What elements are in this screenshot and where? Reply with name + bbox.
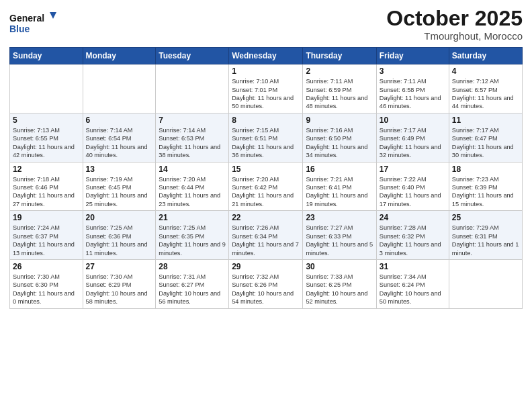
day-info: Sunrise: 7:14 AM Sunset: 6:53 PM Dayligh…: [159, 126, 226, 160]
title-block: October 2025 Tmourghout, Morocco: [386, 7, 523, 42]
day-info: Sunrise: 7:24 AM Sunset: 6:37 PM Dayligh…: [13, 224, 80, 257]
day-number: 14: [159, 165, 226, 174]
calendar-table: Sunday Monday Tuesday Wednesday Thursday…: [9, 47, 523, 308]
table-row: 21Sunrise: 7:25 AM Sunset: 6:35 PM Dayli…: [156, 211, 229, 260]
svg-marker-2: [50, 12, 56, 19]
day-number: 29: [232, 262, 300, 271]
calendar-week-row: 19Sunrise: 7:24 AM Sunset: 6:37 PM Dayli…: [10, 211, 523, 260]
day-number: 4: [452, 66, 519, 76]
table-row: 20Sunrise: 7:25 AM Sunset: 6:36 PM Dayli…: [83, 211, 156, 260]
day-number: 20: [86, 213, 153, 222]
col-monday: Monday: [83, 48, 156, 64]
day-info: Sunrise: 7:14 AM Sunset: 6:54 PM Dayligh…: [86, 126, 153, 160]
day-number: 10: [380, 116, 446, 125]
table-row: 10Sunrise: 7:17 AM Sunset: 6:49 PM Dayli…: [376, 113, 449, 162]
table-row: 13Sunrise: 7:19 AM Sunset: 6:45 PM Dayli…: [83, 162, 156, 211]
day-number: 30: [306, 262, 373, 271]
table-row: 12Sunrise: 7:18 AM Sunset: 6:46 PM Dayli…: [10, 162, 83, 211]
month-title: October 2025: [386, 7, 523, 30]
day-number: 3: [380, 66, 446, 76]
day-info: Sunrise: 7:30 AM Sunset: 6:30 PM Dayligh…: [13, 273, 80, 306]
table-row: 30Sunrise: 7:33 AM Sunset: 6:25 PM Dayli…: [303, 259, 376, 308]
day-number: 1: [232, 66, 300, 76]
day-number: 2: [306, 66, 373, 76]
logo-svg: General Blue: [9, 9, 56, 39]
day-number: 24: [380, 213, 446, 222]
table-row: 23Sunrise: 7:27 AM Sunset: 6:33 PM Dayli…: [303, 211, 376, 260]
table-row: 8Sunrise: 7:15 AM Sunset: 6:51 PM Daylig…: [229, 113, 303, 162]
table-row: 27Sunrise: 7:30 AM Sunset: 6:29 PM Dayli…: [83, 259, 156, 308]
day-info: Sunrise: 7:17 AM Sunset: 6:49 PM Dayligh…: [380, 126, 446, 160]
table-row: 31Sunrise: 7:34 AM Sunset: 6:24 PM Dayli…: [376, 259, 449, 308]
svg-text:Blue: Blue: [9, 24, 30, 34]
table-row: 3Sunrise: 7:11 AM Sunset: 6:58 PM Daylig…: [376, 64, 449, 113]
day-info: Sunrise: 7:20 AM Sunset: 6:44 PM Dayligh…: [159, 175, 226, 209]
day-info: Sunrise: 7:13 AM Sunset: 6:55 PM Dayligh…: [13, 126, 80, 160]
day-info: Sunrise: 7:21 AM Sunset: 6:41 PM Dayligh…: [306, 175, 373, 209]
day-number: 13: [86, 165, 153, 174]
day-info: Sunrise: 7:32 AM Sunset: 6:26 PM Dayligh…: [232, 273, 300, 306]
day-info: Sunrise: 7:27 AM Sunset: 6:33 PM Dayligh…: [306, 224, 373, 257]
table-row: 16Sunrise: 7:21 AM Sunset: 6:41 PM Dayli…: [303, 162, 376, 211]
col-saturday: Saturday: [449, 48, 522, 64]
table-row: [83, 64, 156, 113]
table-row: 15Sunrise: 7:20 AM Sunset: 6:42 PM Dayli…: [229, 162, 303, 211]
day-number: 7: [159, 116, 226, 125]
day-info: Sunrise: 7:23 AM Sunset: 6:39 PM Dayligh…: [452, 175, 519, 209]
table-row: 25Sunrise: 7:29 AM Sunset: 6:31 PM Dayli…: [449, 211, 522, 260]
day-number: 27: [86, 262, 153, 271]
table-row: 19Sunrise: 7:24 AM Sunset: 6:37 PM Dayli…: [10, 211, 83, 260]
day-info: Sunrise: 7:10 AM Sunset: 7:01 PM Dayligh…: [232, 77, 300, 111]
calendar-week-row: 26Sunrise: 7:30 AM Sunset: 6:30 PM Dayli…: [10, 259, 523, 308]
table-row: [156, 64, 229, 113]
col-tuesday: Tuesday: [156, 48, 229, 64]
day-number: 9: [306, 116, 373, 125]
day-info: Sunrise: 7:34 AM Sunset: 6:24 PM Dayligh…: [380, 273, 446, 306]
day-info: Sunrise: 7:11 AM Sunset: 6:59 PM Dayligh…: [306, 77, 373, 111]
table-row: [449, 259, 522, 308]
table-row: 1Sunrise: 7:10 AM Sunset: 7:01 PM Daylig…: [229, 64, 303, 113]
day-number: 5: [13, 116, 80, 125]
day-number: 19: [13, 213, 80, 222]
table-row: 17Sunrise: 7:22 AM Sunset: 6:40 PM Dayli…: [376, 162, 449, 211]
table-row: 22Sunrise: 7:26 AM Sunset: 6:34 PM Dayli…: [229, 211, 303, 260]
day-number: 6: [86, 116, 153, 125]
table-row: 18Sunrise: 7:23 AM Sunset: 6:39 PM Dayli…: [449, 162, 522, 211]
table-row: 4Sunrise: 7:12 AM Sunset: 6:57 PM Daylig…: [449, 64, 522, 113]
day-info: Sunrise: 7:18 AM Sunset: 6:46 PM Dayligh…: [13, 175, 80, 209]
table-row: 2Sunrise: 7:11 AM Sunset: 6:59 PM Daylig…: [303, 64, 376, 113]
day-info: Sunrise: 7:22 AM Sunset: 6:40 PM Dayligh…: [380, 175, 446, 209]
location-subtitle: Tmourghout, Morocco: [386, 30, 523, 42]
day-info: Sunrise: 7:25 AM Sunset: 6:36 PM Dayligh…: [86, 224, 153, 257]
table-row: 7Sunrise: 7:14 AM Sunset: 6:53 PM Daylig…: [156, 113, 229, 162]
day-number: 23: [306, 213, 373, 222]
page: General Blue October 2025 Tmourghout, Mo…: [0, 0, 532, 411]
table-row: 14Sunrise: 7:20 AM Sunset: 6:44 PM Dayli…: [156, 162, 229, 211]
svg-text:General: General: [9, 13, 44, 24]
day-number: 16: [306, 165, 373, 174]
day-number: 11: [452, 116, 519, 125]
table-row: 24Sunrise: 7:28 AM Sunset: 6:32 PM Dayli…: [376, 211, 449, 260]
day-number: 26: [13, 262, 80, 271]
day-number: 22: [232, 213, 300, 222]
day-info: Sunrise: 7:12 AM Sunset: 6:57 PM Dayligh…: [452, 77, 519, 111]
day-info: Sunrise: 7:15 AM Sunset: 6:51 PM Dayligh…: [232, 126, 300, 160]
col-thursday: Thursday: [303, 48, 376, 64]
table-row: 5Sunrise: 7:13 AM Sunset: 6:55 PM Daylig…: [10, 113, 83, 162]
day-info: Sunrise: 7:28 AM Sunset: 6:32 PM Dayligh…: [380, 224, 446, 257]
calendar-week-row: 12Sunrise: 7:18 AM Sunset: 6:46 PM Dayli…: [10, 162, 523, 211]
table-row: 26Sunrise: 7:30 AM Sunset: 6:30 PM Dayli…: [10, 259, 83, 308]
table-row: 28Sunrise: 7:31 AM Sunset: 6:27 PM Dayli…: [156, 259, 229, 308]
day-info: Sunrise: 7:17 AM Sunset: 6:47 PM Dayligh…: [452, 126, 519, 160]
day-number: 12: [13, 165, 80, 174]
day-info: Sunrise: 7:11 AM Sunset: 6:58 PM Dayligh…: [380, 77, 446, 111]
day-info: Sunrise: 7:19 AM Sunset: 6:45 PM Dayligh…: [86, 175, 153, 209]
day-number: 18: [452, 165, 519, 174]
day-number: 31: [380, 262, 446, 271]
table-row: [10, 64, 83, 113]
day-info: Sunrise: 7:16 AM Sunset: 6:50 PM Dayligh…: [306, 126, 373, 160]
col-sunday: Sunday: [10, 48, 83, 64]
table-row: 11Sunrise: 7:17 AM Sunset: 6:47 PM Dayli…: [449, 113, 522, 162]
col-wednesday: Wednesday: [229, 48, 303, 64]
day-info: Sunrise: 7:20 AM Sunset: 6:42 PM Dayligh…: [232, 175, 300, 209]
